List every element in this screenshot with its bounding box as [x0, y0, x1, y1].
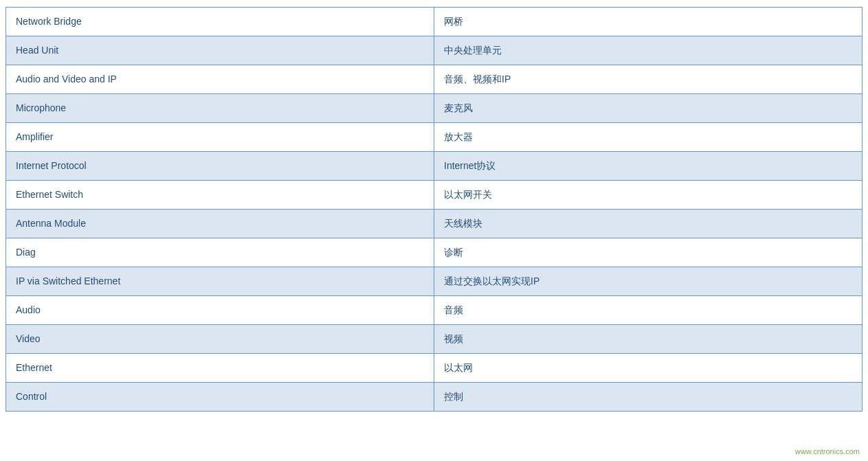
table-row: Head Unit中央处理单元 — [6, 36, 863, 65]
english-term: Diag — [6, 238, 434, 267]
english-term: Antenna Module — [6, 210, 434, 238]
table-row: Audio音频 — [6, 296, 863, 325]
chinese-term: 放大器 — [434, 123, 863, 152]
table-row: Diag诊断 — [6, 238, 863, 267]
table-row: Audio and Video and IP音频、视频和IP — [6, 65, 863, 94]
chinese-term: 中央处理单元 — [434, 36, 863, 65]
table-row: Microphone麦克风 — [6, 94, 863, 123]
table-row: Network Bridge网桥 — [6, 8, 863, 36]
chinese-term: 控制 — [434, 383, 863, 412]
table-row: Internet ProtocolInternet协议 — [6, 152, 863, 181]
english-term: Network Bridge — [6, 8, 434, 36]
chinese-term: 视频 — [434, 325, 863, 354]
english-term: Internet Protocol — [6, 152, 434, 181]
chinese-term: 以太网 — [434, 354, 863, 383]
table-container: Network Bridge网桥Head Unit中央处理单元Audio and… — [0, 0, 868, 432]
translation-table: Network Bridge网桥Head Unit中央处理单元Audio and… — [5, 7, 863, 412]
watermark: www.cntronics.com — [795, 447, 860, 456]
chinese-term: 诊断 — [434, 238, 863, 267]
chinese-term: Internet协议 — [434, 152, 863, 181]
chinese-term: 天线模块 — [434, 210, 863, 238]
english-term: Microphone — [6, 94, 434, 123]
chinese-term: 通过交换以太网实现IP — [434, 267, 863, 296]
english-term: Control — [6, 383, 434, 412]
table-row: Amplifier放大器 — [6, 123, 863, 152]
english-term: IP via Switched Ethernet — [6, 267, 434, 296]
english-term: Audio and Video and IP — [6, 65, 434, 94]
chinese-term: 以太网开关 — [434, 181, 863, 210]
chinese-term: 音频、视频和IP — [434, 65, 863, 94]
table-row: Ethernet以太网 — [6, 354, 863, 383]
table-row: Video视频 — [6, 325, 863, 354]
table-row: Antenna Module天线模块 — [6, 210, 863, 238]
english-term: Ethernet Switch — [6, 181, 434, 210]
english-term: Amplifier — [6, 123, 434, 152]
english-term: Audio — [6, 296, 434, 325]
table-row: IP via Switched Ethernet通过交换以太网实现IP — [6, 267, 863, 296]
table-row: Ethernet Switch以太网开关 — [6, 181, 863, 210]
chinese-term: 麦克风 — [434, 94, 863, 123]
english-term: Head Unit — [6, 36, 434, 65]
chinese-term: 网桥 — [434, 8, 863, 36]
english-term: Video — [6, 325, 434, 354]
table-row: Control控制 — [6, 383, 863, 412]
chinese-term: 音频 — [434, 296, 863, 325]
english-term: Ethernet — [6, 354, 434, 383]
